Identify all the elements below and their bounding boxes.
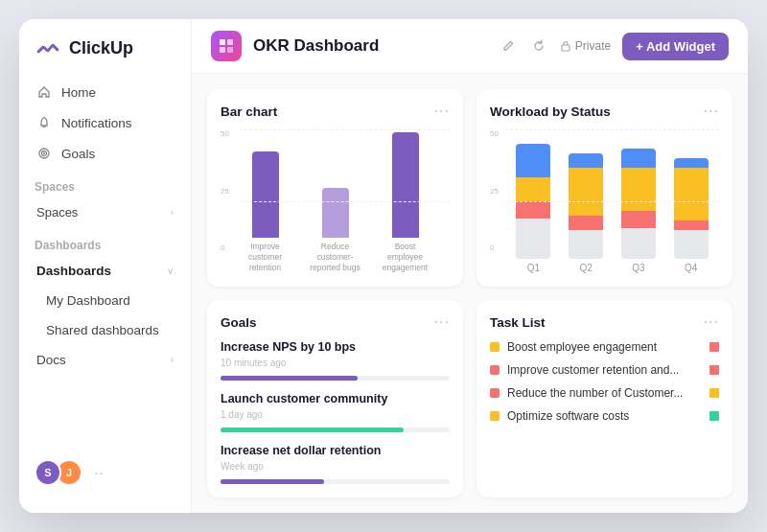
task-item-2[interactable]: Reduce the number of Customer... — [490, 386, 719, 400]
chevron-right-icon: › — [171, 207, 174, 218]
svg-point-2 — [43, 152, 45, 154]
sidebar-nav: Home Notifications — [19, 77, 191, 169]
goal-track-2 — [221, 479, 450, 484]
add-widget-button[interactable]: + Add Widget — [622, 33, 729, 60]
goal-time-1: 1 day ago — [221, 409, 450, 420]
task-dot-1 — [490, 365, 500, 375]
app-name: ClickUp — [69, 38, 133, 58]
q4-seg-blue — [674, 158, 709, 168]
task-dot-3 — [490, 411, 500, 421]
task-list-header: Task List ··· — [490, 313, 719, 331]
q4-seg-gray — [674, 230, 709, 259]
avatar-group: S J — [35, 459, 82, 486]
task-item-1[interactable]: Improve customer retention and... — [490, 363, 719, 377]
sidebar-item-goals[interactable]: Goals — [27, 138, 183, 169]
stacked-q1: Q1 — [516, 144, 550, 273]
task-list-menu[interactable]: ··· — [704, 313, 719, 331]
task-label-0: Boost employee engagement — [507, 340, 702, 354]
task-dot-0 — [490, 342, 500, 352]
svg-rect-5 — [220, 47, 225, 53]
bar-group-3: Boost employee engagement — [370, 132, 440, 273]
workload-y-25: 25 — [490, 187, 499, 196]
sidebar-item-home[interactable]: Home — [27, 77, 183, 107]
gridline-top — [240, 129, 450, 130]
bell-icon — [36, 115, 52, 130]
goal-item-0: Increase NPS by 10 bps 10 minutes ago — [221, 340, 450, 381]
privacy-toggle[interactable]: Private — [560, 39, 611, 53]
goal-fill-2 — [221, 479, 324, 484]
sidebar-spaces-expand[interactable]: Spaces › — [27, 197, 183, 227]
q1-label: Q1 — [527, 263, 540, 273]
goals-title: Goals — [221, 315, 257, 330]
task-label-3: Optimize software costs — [507, 409, 702, 423]
refresh-icon[interactable] — [529, 36, 548, 56]
workload-y-50: 50 — [490, 129, 499, 138]
dashboards-nav: Dashboards ∨ My Dashboard Shared dashboa… — [19, 256, 191, 345]
bar-label-1: Improve customer retention — [237, 242, 294, 273]
workload-widget: Workload by Status ··· 50 25 0 — [476, 89, 732, 287]
spaces-nav: Spaces › — [19, 197, 191, 227]
dashboard-grid: Bar chart ··· 50 25 0 Improve cust — [192, 74, 748, 513]
stacked-q3: Q3 — [621, 149, 656, 273]
stacked-q4: Q4 — [674, 158, 709, 273]
q2-seg-red — [569, 216, 603, 230]
bar-3 — [392, 132, 419, 238]
sidebar-item-notifications[interactable]: Notifications — [27, 107, 183, 138]
clickup-logo-icon — [35, 35, 61, 61]
goal-track-0 — [221, 376, 450, 381]
q4-label: Q4 — [685, 263, 697, 273]
q4-seg-yellow — [674, 168, 709, 220]
workload-y-0: 0 — [490, 243, 499, 252]
q2-seg-blue — [569, 153, 603, 168]
goal-fill-1 — [221, 428, 404, 432]
bar-label-2: Reduce customer-reported bugs — [307, 242, 364, 273]
sidebar-notifications-label: Notifications — [61, 116, 132, 130]
sidebar: ClickUp Home Notifications — [19, 19, 192, 513]
task-dot-2 — [490, 388, 500, 398]
goal-fill-0 — [221, 376, 358, 381]
task-list-widget: Task List ··· Boost employee engagement … — [476, 300, 732, 497]
workload-header: Workload by Status ··· — [490, 103, 719, 120]
bar-2 — [322, 188, 349, 238]
task-label-1: Improve customer retention and... — [507, 363, 702, 377]
gridline-mid — [240, 201, 450, 202]
q3-seg-blue — [621, 149, 656, 168]
sidebar-section-spaces: Spaces — [19, 169, 191, 197]
sidebar-item-shared-dashboards[interactable]: Shared dashboards — [27, 315, 183, 345]
avatar-s: S — [35, 459, 61, 486]
chevron-right-docs-icon: › — [171, 355, 174, 365]
workload-gridline-mid — [505, 201, 719, 202]
sidebar-goals-label: Goals — [61, 147, 95, 161]
svg-rect-6 — [227, 47, 233, 53]
my-dashboard-label: My Dashboard — [46, 293, 130, 308]
edit-icon[interactable] — [499, 36, 518, 56]
goal-title-2: Increase net dollar retention — [221, 444, 450, 457]
q4-seg-red — [674, 220, 709, 230]
sidebar-dashboards-header[interactable]: Dashboards ∨ — [27, 256, 183, 286]
svg-rect-3 — [220, 39, 225, 45]
task-flag-0 — [709, 342, 719, 352]
sidebar-item-docs[interactable]: Docs › — [27, 345, 183, 375]
goals-widget: Goals ··· Increase NPS by 10 bps 10 minu… — [207, 300, 463, 497]
avatar-more: ·· — [94, 463, 104, 483]
q3-bar — [621, 149, 656, 259]
task-list: Boost employee engagement Improve custom… — [490, 340, 719, 423]
sidebar-item-my-dashboard[interactable]: My Dashboard — [27, 286, 183, 315]
task-flag-2 — [709, 388, 719, 398]
workload-chart-area: 50 25 0 Q1 — [490, 129, 719, 273]
q3-seg-gray — [621, 228, 656, 259]
task-label-2: Reduce the number of Customer... — [507, 386, 702, 400]
topbar: OKR Dashboard Privat — [192, 19, 748, 74]
goal-track-1 — [221, 428, 450, 432]
app-window: ClickUp Home Notifications — [19, 19, 748, 513]
bar-chart-menu[interactable]: ··· — [434, 103, 450, 120]
task-item-0[interactable]: Boost employee engagement — [490, 340, 719, 354]
task-item-3[interactable]: Optimize software costs — [490, 409, 719, 423]
goal-item-1: Launch customer community 1 day ago — [221, 392, 450, 432]
workload-menu[interactable]: ··· — [704, 103, 719, 120]
q1-seg-gray — [516, 219, 550, 259]
y-label-0: 0 — [221, 243, 229, 252]
q3-seg-yellow — [621, 168, 656, 211]
page-title: OKR Dashboard — [253, 36, 487, 56]
goals-menu[interactable]: ··· — [434, 313, 450, 331]
